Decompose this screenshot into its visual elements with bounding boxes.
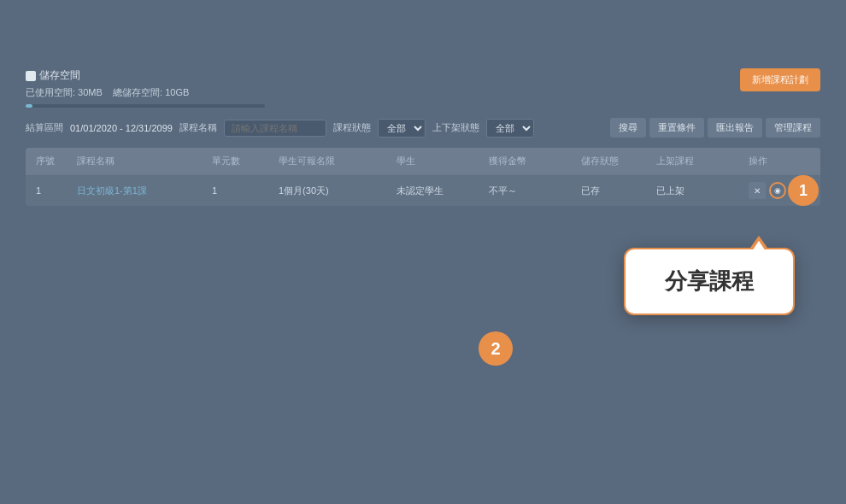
edit-icon-btn[interactable]: ✕: [749, 182, 766, 199]
td-storage: 已存: [581, 185, 649, 197]
filter-row: 結算區間 01/01/2020 - 12/31/2099 課程名稱 課程狀態 全…: [26, 118, 820, 138]
table-container: 序號 課程名稱 單元數 學生可報名限 學生 獲得金幣 儲存狀態 上架課程 操作 …: [26, 148, 820, 206]
course-name-label: 課程名稱: [179, 121, 217, 134]
search-button[interactable]: 搜尋: [610, 118, 646, 138]
storage-total: 總儲存空間: 10GB: [113, 87, 189, 97]
td-students: 未認定學生: [397, 185, 482, 197]
th-coins: 獲得金幣: [489, 155, 574, 167]
th-units: 單元數: [212, 155, 272, 167]
th-students: 學生: [397, 155, 482, 167]
storage-info: 已使用空間: 30MB 總儲存空間: 10GB: [26, 86, 820, 99]
storage-title: 儲存空間: [26, 68, 820, 83]
td-coins: 不平～: [489, 185, 574, 197]
step-badge-2: 2: [479, 331, 513, 366]
btn-group: 搜尋 重置條件 匯出報告 管理課程: [610, 118, 820, 138]
th-actions: 操作: [749, 155, 817, 167]
table-header: 序號 課程名稱 單元數 學生可報名限 學生 獲得金幣 儲存狀態 上架課程 操作: [26, 148, 820, 174]
main-container: 儲存空間 已使用空間: 30MB 總儲存空間: 10GB 新增課程計劃 結算區間…: [26, 68, 820, 206]
date-value: 01/01/2020 - 12/31/2099: [70, 123, 173, 133]
td-no: 1: [36, 185, 70, 196]
publish-status-label: 上下架狀態: [432, 121, 479, 134]
storage-title-text: 儲存空間: [39, 68, 80, 83]
tooltip-text: 分享課程: [665, 268, 754, 294]
th-storage: 儲存狀態: [581, 155, 649, 167]
table-row: 1 日文初級1-第1課 1 1個月(30天) 未認定學生 不平～ 已存 已上架 …: [26, 174, 820, 206]
td-limit: 1個月(30天): [279, 185, 390, 197]
storage-bar: [26, 104, 32, 108]
course-status-select[interactable]: 全部: [378, 119, 426, 138]
storage-icon: [26, 71, 36, 81]
td-name: 日文初級1-第1課: [77, 185, 205, 197]
export-button[interactable]: 匯出報告: [708, 118, 762, 138]
reset-button[interactable]: 重置條件: [649, 118, 704, 138]
th-name: 課程名稱: [77, 155, 205, 167]
share-icon-btn[interactable]: ◉: [769, 182, 786, 199]
storage-bar-container: [26, 104, 265, 108]
course-status-label: 課程狀態: [333, 121, 371, 134]
th-limit: 學生可報名限: [279, 155, 390, 167]
th-no: 序號: [36, 155, 70, 167]
th-published: 上架課程: [656, 155, 742, 167]
share-course-tooltip: 分享課程: [624, 248, 795, 315]
storage-section: 儲存空間 已使用空間: 30MB 總儲存空間: 10GB: [26, 68, 820, 108]
date-label: 結算區間: [26, 121, 63, 134]
course-name-input[interactable]: [224, 120, 326, 137]
create-course-button[interactable]: 新增課程計劃: [740, 68, 820, 91]
td-units: 1: [212, 185, 272, 196]
td-published: 已上架: [656, 185, 742, 197]
publish-status-select[interactable]: 全部: [486, 119, 534, 138]
storage-used: 已使用空間: 30MB: [26, 87, 103, 97]
step-badge-1: 1: [788, 175, 819, 206]
manage-button[interactable]: 管理課程: [766, 118, 820, 138]
